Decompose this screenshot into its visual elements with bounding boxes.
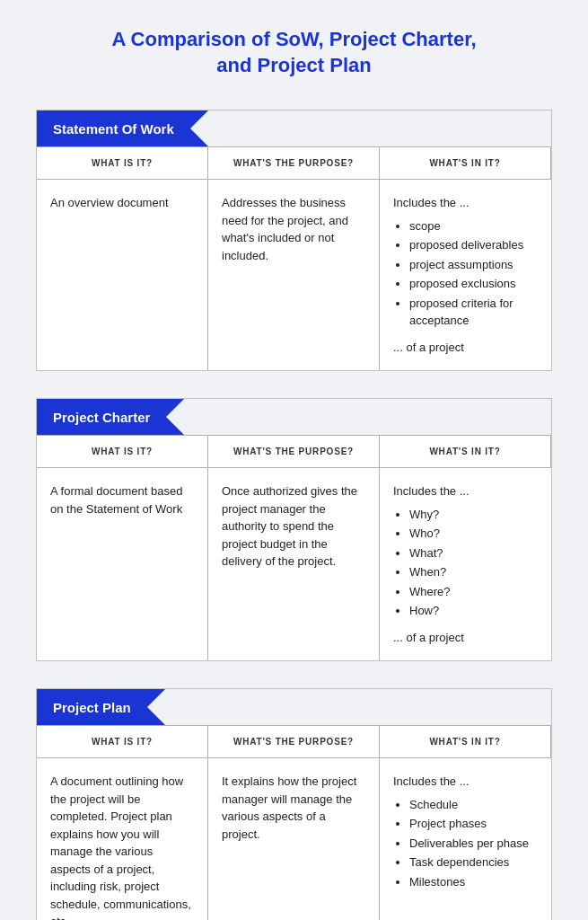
list-item: When? xyxy=(409,563,538,581)
includes-text-charter: Includes the ... xyxy=(393,482,538,500)
list-item: proposed exclusions xyxy=(409,275,538,293)
col-content-sow-1: An overview document xyxy=(37,180,208,370)
includes-text-sow: Includes the ... xyxy=(393,194,538,212)
table-plan: WHAT IS IT?WHAT'S THE PURPOSE?WHAT'S IN … xyxy=(37,725,551,920)
section-header-remainder-plan xyxy=(147,689,551,725)
col-header-charter-1: WHAT IS IT? xyxy=(37,436,208,468)
section-header-label-sow: Statement Of Work xyxy=(37,111,190,146)
list-item: How? xyxy=(409,602,538,620)
list-item: What? xyxy=(409,544,538,562)
section-header-label-charter: Project Charter xyxy=(37,399,166,435)
list-item: Schedule xyxy=(409,796,538,814)
list-item: Deliverables per phase xyxy=(409,835,538,853)
col-header-sow-1: WHAT IS IT? xyxy=(37,147,208,180)
col-content-sow-3: Includes the ...scopeproposed deliverabl… xyxy=(380,180,551,370)
section-header-charter: Project Charter xyxy=(37,399,551,435)
col-header-plan-1: WHAT IS IT? xyxy=(37,726,208,758)
section-header-remainder-sow xyxy=(190,111,551,146)
list-item: proposed deliverables xyxy=(409,236,538,254)
items-list-plan: ScheduleProject phasesDeliverables per p… xyxy=(393,796,538,891)
section-plan: Project PlanWHAT IS IT?WHAT'S THE PURPOS… xyxy=(36,688,552,920)
col-header-plan-2: WHAT'S THE PURPOSE? xyxy=(208,726,380,758)
col-content-charter-2: Once authorized gives the project manage… xyxy=(208,468,380,660)
col-content-sow-2: Addresses the business need for the proj… xyxy=(208,180,380,370)
col-content-plan-3: Includes the ...ScheduleProject phasesDe… xyxy=(380,758,551,920)
list-item: Where? xyxy=(409,583,538,601)
includes-text-plan: Includes the ... xyxy=(393,773,538,791)
list-item: scope xyxy=(409,217,538,235)
col-content-plan-2: It explains how the project manager will… xyxy=(208,758,380,920)
list-item: Milestones xyxy=(409,873,538,891)
col-content-plan-1: A document outlining how the project wil… xyxy=(37,758,208,920)
section-sow: Statement Of WorkWHAT IS IT?WHAT'S THE P… xyxy=(36,110,552,371)
page-title: A Comparison of SoW, Project Charter, an… xyxy=(36,27,552,78)
col-content-charter-1: A formal document based on the Statement… xyxy=(37,468,208,660)
list-item: proposed criteria for acceptance xyxy=(409,295,538,330)
list-item: Task dependencies xyxy=(409,854,538,871)
section-header-sow: Statement Of Work xyxy=(37,111,551,146)
suffix-text-sow: ... of a project xyxy=(393,339,538,357)
table-sow: WHAT IS IT?WHAT'S THE PURPOSE?WHAT'S IN … xyxy=(37,146,551,370)
list-item: Who? xyxy=(409,525,538,543)
items-list-sow: scopeproposed deliverablesproject assump… xyxy=(393,217,538,330)
section-header-plan: Project Plan xyxy=(37,689,551,725)
suffix-text-charter: ... of a project xyxy=(393,629,538,647)
col-header-charter-2: WHAT'S THE PURPOSE? xyxy=(208,436,380,468)
col-header-plan-3: WHAT'S IN IT? xyxy=(380,726,551,758)
col-header-charter-3: WHAT'S IN IT? xyxy=(380,436,551,468)
col-content-charter-3: Includes the ...Why?Who?What?When?Where?… xyxy=(380,468,551,660)
items-list-charter: Why?Who?What?When?Where?How? xyxy=(393,506,538,620)
list-item: Project phases xyxy=(409,815,538,833)
col-header-sow-3: WHAT'S IN IT? xyxy=(380,147,551,180)
section-header-label-plan: Project Plan xyxy=(37,689,147,725)
list-item: Why? xyxy=(409,506,538,524)
col-header-sow-2: WHAT'S THE PURPOSE? xyxy=(208,147,380,180)
list-item: project assumptions xyxy=(409,256,538,274)
table-charter: WHAT IS IT?WHAT'S THE PURPOSE?WHAT'S IN … xyxy=(37,435,551,660)
section-charter: Project CharterWHAT IS IT?WHAT'S THE PUR… xyxy=(36,398,552,661)
section-header-remainder-charter xyxy=(166,399,551,435)
